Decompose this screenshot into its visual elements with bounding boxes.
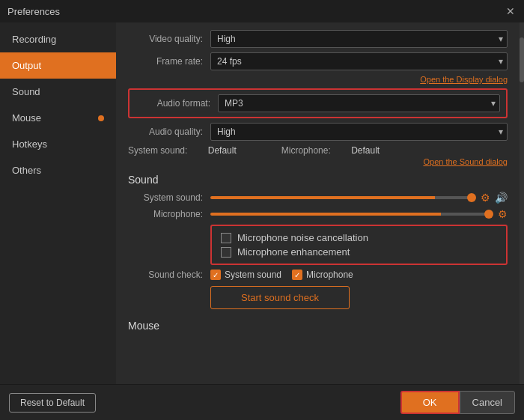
sidebar-item-others[interactable]: Others [0,157,116,183]
microphone-slider-thumb [484,210,493,219]
microphone-slider-label: Microphone: [128,209,203,219]
audio-quality-row: Audio quality: High ▾ [128,123,508,141]
scrollbar-thumb[interactable] [520,37,524,82]
open-display-dialog-link[interactable]: Open the Display dialog [420,75,508,84]
system-sound-check-item: System sound [210,270,281,280]
system-sound-icons: ⚙ 🔊 [481,192,508,204]
noise-cancellation-row: Microphone noise cancellation [221,232,497,243]
noise-cancellation-label: Microphone noise cancellation [237,232,368,243]
microphone-icons: ⚙ [498,208,508,220]
enhancement-checkbox[interactable] [221,247,231,258]
content-area: Recording Output Sound Mouse Hotkeys Oth… [0,22,524,384]
system-sound-check-label: System sound [225,270,281,280]
settings-icon[interactable]: ⚙ [481,192,490,204]
cancel-button[interactable]: Cancel [460,391,515,414]
sidebar-label-sound: Sound [12,86,40,97]
video-quality-select[interactable]: High [210,30,508,48]
noise-cancellation-checkbox[interactable] [221,233,231,243]
title-bar: Preferences ✕ [0,0,524,22]
audio-quality-select-wrap: High ▾ [210,123,508,141]
system-sound-slider[interactable] [210,196,475,199]
sidebar-label-hotkeys: Hotkeys [12,139,47,150]
sound-dialog-row: Open the Sound dialog [128,157,508,166]
audio-format-select[interactable]: MP3 [218,94,500,112]
microphone-settings-icon[interactable]: ⚙ [498,208,508,220]
system-sound-slider-container: ⚙ 🔊 [210,192,508,204]
preferences-window: Preferences ✕ Recording Output Sound Mou… [0,0,524,420]
system-sound-slider-row: System sound: ⚙ 🔊 [128,192,508,204]
frame-rate-select[interactable]: 24 fps [210,52,508,70]
video-quality-select-wrap: High ▾ [210,30,508,48]
sound-check-row: Sound check: System sound Microphone [128,270,508,280]
system-sound-info-label: System sound: Default [128,145,252,156]
reset-to-default-button[interactable]: Reset to Default [9,393,96,413]
microphone-slider-container: ⚙ [210,208,508,220]
microphone-options-group: Microphone noise cancellation Microphone… [210,225,508,265]
sidebar-label-others: Others [12,165,41,176]
mouse-dot-indicator [98,115,104,121]
system-sound-slider-label: System sound: [128,192,203,203]
start-sound-check-button[interactable]: Start sound check [210,286,350,309]
sidebar-item-sound[interactable]: Sound [0,79,116,105]
system-sound-check-checkbox[interactable] [210,270,221,280]
bottom-right-buttons: OK Cancel [400,391,515,414]
audio-format-box: Audio format: MP3 ▾ [128,88,508,118]
sound-section-title: Sound [128,174,508,186]
bottom-bar: Reset to Default OK Cancel [0,384,524,420]
audio-format-row: Audio format: MP3 ▾ [135,94,500,112]
sidebar-label-mouse: Mouse [12,112,41,124]
microphone-info-label: Microphone: Default [281,145,394,156]
open-sound-dialog-link[interactable]: Open the Sound dialog [423,157,508,166]
frame-rate-select-wrap: 24 fps ▾ [210,52,508,70]
scrollbar[interactable] [520,22,524,384]
sidebar-label-recording: Recording [12,34,56,45]
window-title: Preferences [7,6,60,17]
video-quality-label: Video quality: [128,34,203,44]
microphone-check-checkbox[interactable] [292,270,302,280]
sidebar-item-hotkeys[interactable]: Hotkeys [0,131,116,157]
enhancement-row: Microphone enhancement [221,246,497,258]
ok-button[interactable]: OK [400,391,460,414]
microphone-slider-row: Microphone: ⚙ [128,208,508,220]
sound-info-row: System sound: Default Microphone: Defaul… [128,145,508,156]
close-button[interactable]: ✕ [505,5,517,17]
audio-format-label: Audio format: [135,98,210,109]
sound-check-label: Sound check: [128,270,203,280]
frame-rate-row: Frame rate: 24 fps ▾ [128,52,508,70]
microphone-slider[interactable] [210,213,492,216]
speaker-icon[interactable]: 🔊 [495,192,508,204]
enhancement-label: Microphone enhancement [237,246,350,258]
sidebar-label-output: Output [12,60,41,71]
audio-quality-select[interactable]: High [210,123,508,141]
microphone-check-label: Microphone [306,270,353,280]
microphone-check-item: Microphone [292,270,353,280]
frame-rate-label: Frame rate: [128,56,203,67]
main-content: Video quality: High ▾ Frame rate: 24 fps… [116,22,520,384]
sidebar-item-mouse[interactable]: Mouse [0,105,116,131]
mouse-section-title: Mouse [128,320,508,332]
system-sound-slider-thumb [467,193,476,202]
sidebar: Recording Output Sound Mouse Hotkeys Oth… [0,22,116,384]
video-quality-row: Video quality: High ▾ [128,30,508,48]
display-dialog-row: Open the Display dialog [128,75,508,84]
audio-quality-label: Audio quality: [128,127,203,137]
audio-format-select-wrap: MP3 ▾ [218,94,500,112]
sidebar-item-output[interactable]: Output [0,52,116,79]
sidebar-item-recording[interactable]: Recording [0,26,116,52]
